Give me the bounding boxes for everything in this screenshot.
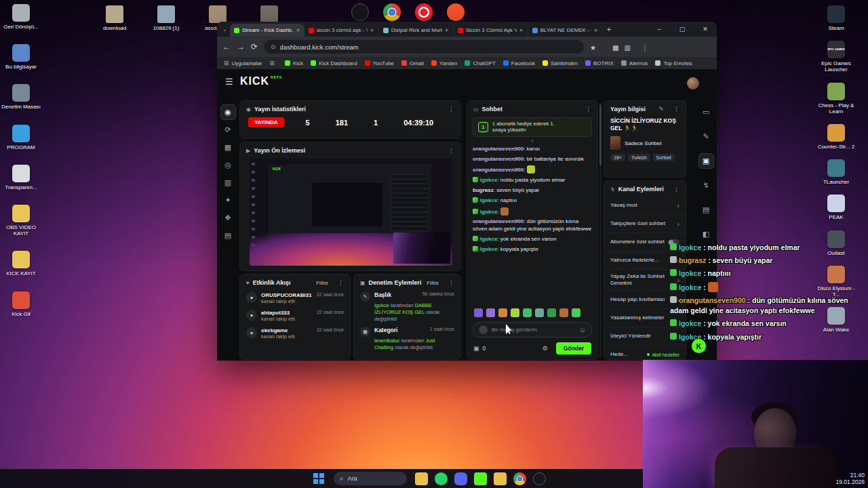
browser-tab[interactable]: Stream - Kick Dashb... ✕ bbox=[230, 24, 304, 37]
bookmark-item[interactable]: Sahibinden bbox=[542, 60, 578, 66]
url-bar[interactable]: ⊙ dashboard.kick.com/stream bbox=[264, 40, 584, 54]
tab-close-icon[interactable]: ✕ bbox=[370, 28, 374, 33]
cards-icon[interactable]: ▤ bbox=[698, 202, 714, 218]
moderation-kebab-icon[interactable]: ⋮ bbox=[448, 279, 454, 286]
bookmark-item[interactable]: YouTube bbox=[365, 60, 394, 66]
chrome-icon[interactable] bbox=[533, 472, 546, 485]
reload-icon[interactable]: ⟳ bbox=[251, 42, 258, 52]
chrome-shortcut-icon[interactable] bbox=[415, 3, 433, 21]
taskbar-search[interactable]: ⌕ Ara bbox=[334, 472, 407, 485]
kick-logo[interactable]: KICKBETA bbox=[240, 75, 282, 87]
chat-username[interactable]: lgokce bbox=[480, 246, 497, 252]
bookmark-item[interactable]: ⊞ bbox=[269, 60, 277, 66]
whatsapp-icon[interactable] bbox=[454, 472, 467, 485]
stream-info-edit-icon[interactable]: ✎ bbox=[658, 106, 664, 113]
tools-icon[interactable]: ✦ bbox=[220, 192, 236, 208]
tab-close-icon[interactable]: ✕ bbox=[445, 28, 449, 33]
tab-close-icon[interactable]: ✕ bbox=[594, 28, 598, 33]
banner-collapse-icon[interactable]: ⌄ bbox=[467, 137, 597, 144]
send-button[interactable]: Gönder bbox=[556, 342, 591, 354]
channel-actions-kebab-icon[interactable]: ⋮ bbox=[673, 186, 679, 192]
bookmark-item[interactable]: ChatGPT bbox=[465, 60, 495, 66]
clips-icon[interactable]: ⟳ bbox=[220, 122, 236, 138]
activity-kebab-icon[interactable]: ⋮ bbox=[338, 279, 344, 286]
stream-preview-video[interactable]: KICK bbox=[250, 159, 452, 266]
chat-kebab-icon[interactable]: ⋮ bbox=[585, 106, 591, 113]
quick-emote[interactable] bbox=[474, 308, 483, 317]
panels-icon[interactable]: ▥ bbox=[220, 175, 236, 190]
kick-gif-icon[interactable]: Kick Gif bbox=[0, 291, 42, 317]
chess-icon[interactable]: Chess - Play & Learn bbox=[815, 83, 857, 115]
bookmark-item[interactable]: Top Emotes bbox=[655, 60, 692, 66]
quick-emote[interactable] bbox=[572, 308, 580, 317]
download-file-icon[interactable]: download bbox=[94, 5, 136, 31]
stream-info-kebab-icon[interactable]: ⋮ bbox=[673, 106, 679, 113]
quick-actions-icon[interactable]: ↯ bbox=[698, 178, 714, 193]
preview-kebab-icon[interactable]: ⋮ bbox=[448, 147, 454, 154]
epic-games-icon[interactable]: EPIC GAMES Epic Games Launcher bbox=[815, 41, 857, 73]
bookmark-item[interactable]: Facebook bbox=[503, 60, 535, 66]
minimize-button[interactable]: – bbox=[648, 22, 671, 37]
chat-username[interactable]: orangutanseven900 bbox=[473, 218, 524, 224]
cs2-icon[interactable]: Counter-Str... 2 bbox=[815, 124, 857, 150]
control-panel-icon[interactable]: Denetim Masası bbox=[0, 84, 42, 110]
videos-icon[interactable]: ▦ bbox=[220, 140, 236, 155]
start-button[interactable] bbox=[313, 473, 324, 484]
chat-username[interactable]: lgokce bbox=[480, 177, 497, 183]
tab-close-icon[interactable]: ✕ bbox=[296, 28, 300, 33]
quick-emote[interactable] bbox=[511, 308, 519, 317]
hamburger-menu-icon[interactable]: ☰ bbox=[225, 77, 233, 87]
close-button[interactable]: ✕ bbox=[694, 22, 717, 37]
chat-username[interactable]: orangutanseven900 bbox=[473, 146, 524, 152]
moderation-item[interactable]: ▦ Kategori 1 saat önce leventkaluc taraf… bbox=[354, 325, 460, 354]
kick-app-icon[interactable] bbox=[494, 472, 507, 485]
kick-kayit-folder-icon[interactable]: KICK KAYIT bbox=[0, 251, 42, 277]
gift-sub-banner[interactable]: 1 1 abonelik hediye ederek 1. sıraya yük… bbox=[473, 117, 592, 137]
obs-video-folder-icon[interactable]: OBS VIDEO KAYIT bbox=[0, 205, 42, 237]
channel-action-row[interactable]: Yavaş mod › bbox=[604, 196, 686, 214]
tab-search-icon[interactable]: ⌄ bbox=[220, 26, 230, 33]
peak-icon[interactable]: PEAK bbox=[815, 195, 857, 220]
bookmark-item[interactable]: Kick bbox=[285, 60, 303, 66]
taskbar-clock[interactable]: 21:40 19.01.2026 bbox=[835, 472, 865, 486]
program-icon[interactable]: PROGRAM bbox=[0, 125, 42, 150]
site-info-icon[interactable]: ⊙ bbox=[271, 43, 276, 50]
moderation-item[interactable]: ✎ Başlık 56 dakika önce lgokce tarafında… bbox=[354, 289, 460, 325]
emote-picker-icon[interactable]: ☺ bbox=[579, 326, 586, 333]
bookmark-item[interactable]: ⊞ Uygulamalar bbox=[224, 60, 262, 66]
this-pc-icon[interactable]: Bu bilgisayar bbox=[0, 44, 42, 70]
brave-shortcut-icon[interactable] bbox=[479, 3, 496, 21]
quick-emote[interactable] bbox=[547, 308, 556, 317]
bookmark-star-icon[interactable]: ★ bbox=[590, 41, 596, 53]
new-tab-button[interactable]: + bbox=[603, 25, 615, 33]
activity-item[interactable]: ♥ okebgame kanalı takip etti 22 saat önc… bbox=[240, 325, 350, 342]
bookmark-item[interactable]: Gmail bbox=[401, 60, 424, 66]
obs-shortcut-icon[interactable] bbox=[351, 3, 369, 21]
back-icon[interactable]: ← bbox=[222, 42, 231, 52]
bookmark-item[interactable]: BOTRIX bbox=[585, 60, 614, 66]
bookmark-item[interactable]: Yandex bbox=[431, 60, 458, 66]
chat-input[interactable]: Bir mesaj gönderin ☺ bbox=[473, 322, 592, 338]
quick-emote[interactable] bbox=[559, 308, 568, 317]
quick-emote[interactable] bbox=[498, 308, 507, 317]
camera-icon[interactable]: ◎ bbox=[220, 157, 236, 173]
browser-tab[interactable]: siccin 3 cürmü aşk - Y... ✕ bbox=[304, 24, 379, 37]
chat-username[interactable]: lgokce bbox=[480, 209, 497, 215]
recycle-bin-icon[interactable]: Geri Dönüşü... bbox=[0, 4, 42, 30]
quick-emote[interactable] bbox=[523, 308, 532, 317]
browser-tab[interactable]: Dizipal Rick and Mort... ✕ bbox=[379, 24, 454, 37]
analytics-icon[interactable]: ▤ bbox=[220, 228, 236, 243]
bookmark-item[interactable]: Kick Dashboard bbox=[311, 60, 357, 66]
chat-username[interactable]: orangutanseven900 bbox=[473, 156, 524, 162]
chat-settings-icon[interactable]: ◧ bbox=[698, 226, 714, 242]
community-icon[interactable]: ❖ bbox=[220, 210, 236, 226]
obs-icon[interactable] bbox=[553, 472, 566, 485]
moderation-filter-button[interactable]: Filtre bbox=[427, 280, 439, 286]
chat-settings-gear-icon[interactable]: ⚙ bbox=[542, 345, 548, 352]
activity-filter-button[interactable]: Filtre bbox=[316, 280, 328, 286]
dashboard-scrollbar[interactable] bbox=[599, 103, 601, 357]
stream-icon[interactable]: ◉ bbox=[220, 104, 236, 120]
activity-item[interactable]: ♥ ORUSPUCORABI31 kanalı takip etti 22 sa… bbox=[240, 289, 350, 307]
opera-shortcut-icon[interactable] bbox=[447, 3, 465, 21]
browser-tab[interactable]: Siccin 3 Cürmü Aşk Y... ✕ bbox=[454, 24, 528, 37]
